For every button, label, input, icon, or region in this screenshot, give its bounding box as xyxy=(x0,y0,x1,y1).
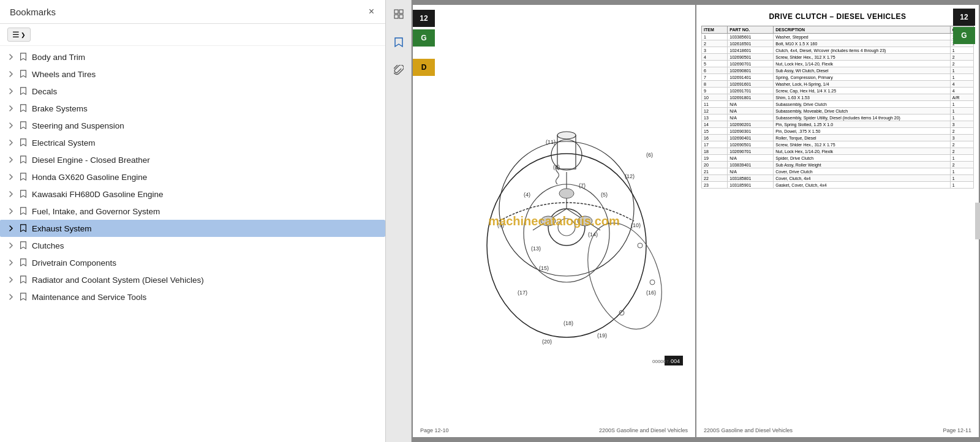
table-cell: 1 xyxy=(950,108,973,114)
table-cell: Spring, Compression, Primary xyxy=(774,74,951,81)
svg-text:(19): (19) xyxy=(597,332,607,339)
table-cell: N/A xyxy=(728,108,774,114)
chevron-icon-decals xyxy=(7,88,15,95)
bookmark-item-wheels-and-tires[interactable]: Wheels and Tires xyxy=(0,66,385,83)
bookmark-item-radiator-and-coolant-system[interactable]: Radiator and Coolant System (Diesel Vehi… xyxy=(0,271,385,288)
table-cell: 14 xyxy=(702,121,728,128)
bookmark-item-honda-gx620-gasoline-engine[interactable]: Honda GX620 Gasoline Engine xyxy=(0,168,385,185)
svg-point-7 xyxy=(548,209,585,245)
svg-text:(7): (7) xyxy=(579,182,586,189)
table-header: DESCRIPTION xyxy=(774,26,951,34)
chevron-icon-radiator-and-coolant-system xyxy=(7,276,15,283)
table-cell: 4 xyxy=(950,88,973,94)
bookmarks-header: Bookmarks × xyxy=(0,0,385,24)
bookmark-item-exhaust-system[interactable]: Exhaust System xyxy=(0,220,385,237)
corner-badge-right: 12 G xyxy=(953,9,975,44)
bookmark-label-fuel-intake-governor-system: Fuel, Intake, and Governor System xyxy=(32,207,160,216)
bookmarks-toolbar: ☰ ❯ xyxy=(0,24,385,46)
table-cell: 103385601 xyxy=(728,34,774,40)
bookmark-icon-brake-systems xyxy=(18,103,28,113)
bookmark-item-diesel-engine-closed-breather[interactable]: Diesel Engine - Closed Breather xyxy=(0,151,385,168)
table-cell: N/A xyxy=(728,101,774,108)
table-cell: 4 xyxy=(702,54,728,61)
table-cell: 2 xyxy=(950,128,973,135)
chevron-icon-electrical-system xyxy=(7,139,15,146)
bookmark-label-electrical-system: Electrical System xyxy=(32,138,96,148)
table-row: 12N/ASubassembly, Moveable, Drive Clutch… xyxy=(702,108,974,114)
table-cell: 103185801 xyxy=(728,175,774,182)
chevron-icon-fuel-intake-governor-system xyxy=(7,208,15,215)
bookmark-item-maintenance-and-service-tools[interactable]: Maintenance and Service Tools xyxy=(0,288,385,305)
bookmark-item-body-and-trim[interactable]: Body and Trim xyxy=(0,48,385,66)
table-row: 10102691801Shim, 1.63 X 1.53A/R xyxy=(702,94,974,101)
bookmark-icon-body-and-trim xyxy=(18,52,28,62)
marker-d: D xyxy=(413,59,435,76)
chevron-icon-honda-gx620-gasoline-engine xyxy=(7,173,15,181)
table-cell: Subassembly, Moveable, Drive Clutch xyxy=(774,108,951,114)
bookmark-item-brake-systems[interactable]: Brake Systems xyxy=(0,100,385,117)
chevron-icon-wheels-and-tires xyxy=(7,70,15,78)
bookmark-item-drivetrain-components[interactable]: Drivetrain Components xyxy=(0,254,385,271)
bookmark-item-clutches[interactable]: Clutches xyxy=(0,237,385,254)
bookmark-item-steering-and-suspension[interactable]: Steering and Suspension xyxy=(0,117,385,134)
table-row: 23103185901Gasket, Cover, Clutch, 4x41 xyxy=(702,182,974,189)
paperclip-icon-btn[interactable] xyxy=(390,61,408,80)
parts-page: 12 G DRIVE CLUTCH – DIESEL VEHICLES ITEM… xyxy=(696,5,979,437)
table-cell: 8 xyxy=(702,81,728,88)
bookmark-label-steering-and-suspension: Steering and Suspension xyxy=(32,121,124,130)
bookmarks-list: Body and TrimWheels and TiresDecalsBrake… xyxy=(0,46,385,442)
bookmark-icon-diesel-engine-closed-breather xyxy=(18,155,28,165)
close-button[interactable]: × xyxy=(365,5,378,18)
footer-right-title: 2200S Gasoline and Diesel Vehicles xyxy=(704,427,793,433)
svg-point-20 xyxy=(650,280,655,285)
table-cell: 7 xyxy=(702,74,728,81)
table-cell: 1 xyxy=(950,155,973,162)
table-cell: 13 xyxy=(702,114,728,121)
bookmark-item-electrical-system[interactable]: Electrical System xyxy=(0,134,385,151)
table-cell: Cover, Clutch, 4x4 xyxy=(774,175,951,182)
table-cell: 2 xyxy=(950,148,973,155)
scroll-tab[interactable] xyxy=(975,203,980,239)
table-cell: 102691601 xyxy=(728,81,774,88)
footer-left-page: Page 12-10 xyxy=(420,427,449,433)
table-cell: 102418601 xyxy=(728,47,774,54)
bookmark-label-honda-gx620-gasoline-engine: Honda GX620 Gasoline Engine xyxy=(32,173,147,182)
chevron-icon-steering-and-suspension xyxy=(7,122,15,129)
bookmark-item-fuel-intake-governor-system[interactable]: Fuel, Intake, and Governor System xyxy=(0,203,385,220)
table-row: 22103185801Cover, Clutch, 4x41 xyxy=(702,175,974,182)
bookmark-item-decals[interactable]: Decals xyxy=(0,83,385,100)
marker-d-spacer: D xyxy=(413,59,435,76)
page-footer-left: Page 12-10 2200S Gasoline and Diesel Veh… xyxy=(413,427,695,433)
svg-rect-1 xyxy=(399,10,403,13)
svg-text:(12): (12) xyxy=(625,173,635,179)
bookmark-label-radiator-and-coolant-system: Radiator and Coolant System (Diesel Vehi… xyxy=(32,275,204,285)
bookmarks-icon-btn[interactable] xyxy=(390,33,408,51)
marker-g: G xyxy=(413,29,435,47)
svg-text:(5): (5) xyxy=(601,192,608,198)
table-cell: Sub Assy, Roller Weight xyxy=(774,162,951,168)
table-row: 6102690801Sub Assy, Wt Clutch, Diesel1 xyxy=(702,67,974,74)
icon-bar xyxy=(386,0,412,442)
bookmark-label-exhaust-system: Exhaust System xyxy=(32,224,92,233)
table-cell: 10 xyxy=(702,94,728,101)
table-cell: 1 xyxy=(950,175,973,182)
bookmark-item-kawasaki-fh680d-gasoline-engine[interactable]: Kawasaki FH680D Gasoline Engine xyxy=(0,185,385,203)
bookmark-label-diesel-engine-closed-breather: Diesel Engine - Closed Breather xyxy=(32,155,150,165)
bookmark-icon-fuel-intake-governor-system xyxy=(18,206,28,216)
table-row: 1103385601Washer, Stepped1 xyxy=(702,34,974,40)
pages-icon-btn[interactable] xyxy=(390,5,408,23)
clutch-diagram-svg: (11) (6) (12) (4) (5) (7) (8) (9) (10) (… xyxy=(444,74,689,368)
table-row: 7102691401Spring, Compression, Primary1 xyxy=(702,74,974,81)
table-cell: 102690501 xyxy=(728,141,774,148)
chevron-icon-drivetrain-components xyxy=(7,259,15,266)
bookmark-icon-radiator-and-coolant-system xyxy=(18,275,28,285)
table-cell: 5 xyxy=(702,61,728,67)
page-markers-left: 12 G D xyxy=(413,10,435,76)
svg-point-8 xyxy=(558,219,575,236)
table-cell: 102690801 xyxy=(728,67,774,74)
bookmark-label-decals: Decals xyxy=(32,87,57,96)
table-cell: Clutch, 4x4, Diesel, W/cover (includes i… xyxy=(774,47,951,54)
chevron-icon-kawasaki-fh680d-gasoline-engine xyxy=(7,190,15,198)
svg-point-14 xyxy=(559,189,574,198)
toolbar-options-button[interactable]: ☰ ❯ xyxy=(7,28,31,42)
